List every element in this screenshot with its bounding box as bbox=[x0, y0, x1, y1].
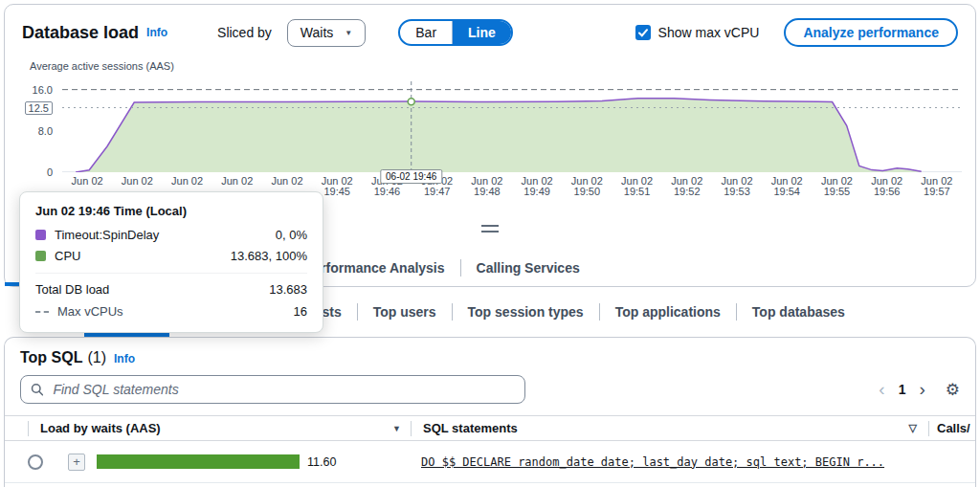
plot-area[interactable] bbox=[62, 81, 962, 172]
x-tick: Jun 0219:55 bbox=[821, 176, 853, 197]
pagination: ‹ 1 › ⚙ bbox=[872, 379, 960, 400]
panel-header: Database load Info Sliced by Waits ▼ Bar… bbox=[5, 5, 975, 47]
panel-right-controls: Show max vCPU Analyze performance bbox=[635, 18, 958, 47]
row-load-cell: + 11.60 bbox=[5, 454, 411, 471]
table-row: + 11.60 DO $$ DECLARE random_date date; … bbox=[5, 441, 975, 483]
tab-calling-services[interactable]: Calling Services bbox=[461, 250, 595, 286]
load-value: 11.60 bbox=[307, 455, 336, 469]
expand-row-icon[interactable]: + bbox=[68, 454, 85, 471]
sql-search-box bbox=[20, 375, 525, 404]
chevron-down-icon: ▼ bbox=[345, 29, 352, 37]
tab-top-databases[interactable]: Top databases bbox=[737, 287, 860, 337]
x-tick: Jun 02 bbox=[122, 176, 153, 187]
top-sql-info-link[interactable]: Info bbox=[114, 352, 135, 365]
column-load-label: Load by waits (AAS) bbox=[40, 421, 161, 435]
y-tick: 16.0 bbox=[33, 84, 53, 96]
x-tick: Jun 02 bbox=[271, 176, 302, 187]
sliced-by-select[interactable]: Waits ▼ bbox=[287, 19, 366, 47]
top-sql-title: Top SQL bbox=[20, 349, 82, 366]
tab-top-applications[interactable]: Top applications bbox=[600, 287, 736, 337]
y-tick: 12.5 bbox=[25, 101, 53, 115]
tooltip-total-row: Total DB load 13.683 bbox=[35, 273, 307, 297]
y-axis-title: Average active sessions (AAS) bbox=[30, 60, 975, 72]
legend-swatch-cpu bbox=[35, 251, 46, 261]
x-tick: Jun 0219:45 bbox=[322, 176, 353, 197]
search-input[interactable] bbox=[51, 381, 515, 398]
show-max-vcpu-label: Show max vCPU bbox=[658, 25, 760, 40]
hover-time-label: 06-02 19:46 bbox=[380, 169, 442, 184]
table-header: Load by waits (AAS) ▼ SQL statements ▽ C… bbox=[5, 415, 975, 441]
show-max-vcpu-checkbox[interactable] bbox=[635, 25, 651, 40]
tab-top-users[interactable]: Top users bbox=[358, 287, 452, 337]
column-divider bbox=[411, 421, 412, 436]
column-calls: Calls/ bbox=[929, 421, 975, 435]
tooltip-title: Jun 02 19:46 Time (Local) bbox=[35, 204, 307, 218]
tooltip-total-value: 13.683 bbox=[269, 282, 307, 297]
column-sql-label: SQL statements bbox=[423, 421, 518, 435]
load-bar bbox=[97, 454, 300, 469]
page-title: Database load bbox=[22, 23, 139, 43]
tooltip-max-row: Max vCPUs 16 bbox=[35, 304, 307, 319]
x-tick: Jun 0219:50 bbox=[571, 176, 603, 197]
previous-page-button[interactable]: ‹ bbox=[872, 379, 891, 400]
row-sql-cell: DO $$ DECLARE random_date date; last_day… bbox=[411, 455, 975, 469]
search-row: ‹ 1 › ⚙ bbox=[20, 375, 960, 404]
search-icon bbox=[31, 383, 43, 396]
toggle-bar-option[interactable]: Bar bbox=[400, 21, 453, 44]
database-load-info-link[interactable]: Info bbox=[146, 26, 167, 39]
x-tick: Jun 0219:49 bbox=[522, 176, 553, 197]
tab-top-session-types[interactable]: Top session types bbox=[453, 287, 599, 337]
sql-statement-link[interactable]: DO $$ DECLARE random_date date; last_day… bbox=[421, 455, 884, 469]
tooltip-row: CPU 13.683, 100% bbox=[35, 249, 307, 263]
column-load-by-waits: Load by waits (AAS) ▼ bbox=[5, 416, 411, 440]
analyze-performance-button[interactable]: Analyze performance bbox=[784, 18, 958, 47]
toggle-line-option[interactable]: Line bbox=[453, 21, 511, 44]
page-number[interactable]: 1 bbox=[892, 382, 913, 397]
chart-tooltip: Jun 02 19:46 Time (Local) Timeout:SpinDe… bbox=[19, 191, 323, 333]
legend-swatch-spindelay bbox=[35, 230, 46, 240]
sort-desc-icon[interactable]: ▼ bbox=[392, 424, 401, 433]
x-tick: Jun 0219:51 bbox=[621, 176, 653, 197]
top-sql-panel: Top SQL (1) Info ‹ 1 › ⚙ Load by waits bbox=[4, 337, 976, 487]
x-tick: Jun 0219:52 bbox=[671, 176, 702, 197]
check-icon bbox=[638, 29, 648, 37]
tooltip-max-label: Max vCPUs bbox=[57, 304, 123, 319]
sort-icon[interactable]: ▽ bbox=[909, 422, 917, 434]
tooltip-total-label: Total DB load bbox=[35, 282, 109, 297]
db-load-chart[interactable]: 16.012.58.00 Jun 02Jun 02Jun 02Jun 02Jun… bbox=[5, 81, 975, 198]
tooltip-row: Timeout:SpinDelay 0, 0% bbox=[35, 228, 307, 242]
bar-line-toggle: Bar Line bbox=[398, 19, 513, 46]
y-tick: 8.0 bbox=[38, 125, 53, 137]
y-tick: 0 bbox=[47, 166, 53, 178]
x-tick: Jun 02 bbox=[221, 176, 253, 187]
y-axis: 16.012.58.00 bbox=[5, 81, 58, 172]
tooltip-value: 13.683, 100% bbox=[231, 249, 307, 263]
x-tick: Jun 0219:57 bbox=[921, 176, 952, 197]
x-tick: Jun 0219:48 bbox=[471, 176, 502, 197]
column-sql-statements: SQL statements ▽ bbox=[411, 416, 929, 440]
resize-handle-icon[interactable] bbox=[481, 225, 499, 232]
dashed-line-icon bbox=[35, 311, 49, 313]
x-tick: Jun 02 bbox=[171, 176, 203, 187]
sliced-by-value: Waits bbox=[301, 25, 333, 40]
sliced-by-label: Sliced by bbox=[217, 25, 272, 40]
db-load-svg bbox=[62, 81, 962, 172]
next-page-button[interactable]: › bbox=[912, 379, 931, 400]
tooltip-max-value: 16 bbox=[294, 304, 307, 319]
x-tick: Jun 0219:54 bbox=[771, 176, 803, 197]
gear-icon[interactable]: ⚙ bbox=[946, 380, 960, 400]
top-sql-count: (1) bbox=[87, 349, 106, 366]
column-divider bbox=[28, 421, 29, 436]
tooltip-value: 0, 0% bbox=[276, 228, 307, 242]
tooltip-label: CPU bbox=[55, 249, 80, 263]
x-tick: Jun 0219:56 bbox=[871, 176, 902, 197]
x-tick: Jun 0219:53 bbox=[721, 176, 752, 197]
tooltip-label: Timeout:SpinDelay bbox=[55, 228, 159, 242]
row-radio-button[interactable] bbox=[28, 454, 43, 470]
top-sql-header: Top SQL (1) Info ‹ 1 › ⚙ bbox=[5, 338, 975, 404]
x-tick: Jun 02 bbox=[72, 176, 103, 187]
